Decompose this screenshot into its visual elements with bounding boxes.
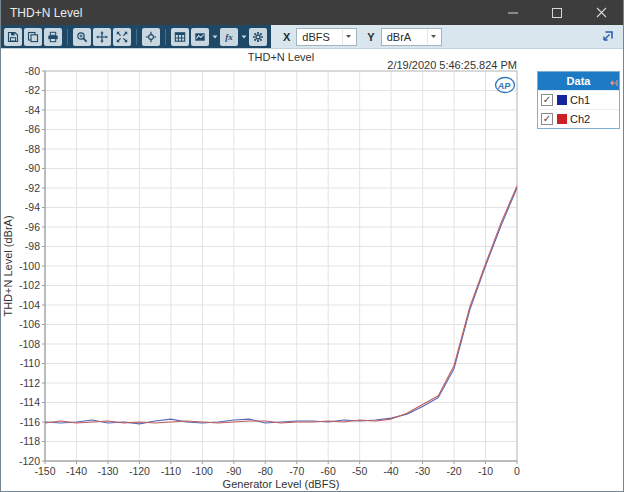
svg-text:-98: -98 xyxy=(25,240,40,252)
svg-text:-80: -80 xyxy=(25,65,40,77)
series-color-swatch xyxy=(557,114,567,124)
chevron-down-icon[interactable] xyxy=(240,28,247,46)
svg-text:-100: -100 xyxy=(19,260,40,272)
chart-button[interactable] xyxy=(191,28,209,46)
ap-logo: AP xyxy=(496,78,515,93)
minimize-icon xyxy=(508,7,519,18)
save-button[interactable] xyxy=(4,28,22,46)
svg-text:-150: -150 xyxy=(34,465,55,477)
svg-text:-140: -140 xyxy=(66,465,87,477)
y-axis-title: THD+N Level (dBrA) xyxy=(2,215,14,316)
y-unit-dropdown[interactable]: dBrA xyxy=(381,28,442,46)
series-color-swatch xyxy=(557,95,567,105)
graph-toolbar: fx X dBFS Y dBrA xyxy=(1,25,623,49)
window-title: THD+N Level xyxy=(1,6,491,20)
svg-text:-112: -112 xyxy=(20,377,40,389)
svg-text:-116: -116 xyxy=(20,416,40,428)
chart-region: -80-82-84-86-88-90-92-94-96-98-100-102-1… xyxy=(1,49,623,491)
svg-text:fx: fx xyxy=(225,32,233,42)
pin-left-icon[interactable] xyxy=(609,77,618,89)
x-unit-dropdown[interactable]: dBFS xyxy=(296,28,357,46)
x-unit-value: dBFS xyxy=(302,31,342,43)
x-axis-title: Generator Level (dBFS) xyxy=(223,478,340,490)
maximize-button[interactable] xyxy=(535,0,579,25)
gridlines xyxy=(45,71,517,461)
settings-icon xyxy=(252,31,264,43)
svg-text:-96: -96 xyxy=(25,221,40,233)
svg-text:-114: -114 xyxy=(20,396,40,408)
toolbar-separator xyxy=(67,29,68,45)
fit-icon xyxy=(116,31,128,43)
svg-text:-90: -90 xyxy=(226,465,241,477)
print-icon xyxy=(47,31,59,43)
chart-timestamp: 2/19/2020 5:46:25.824 PM xyxy=(45,59,517,71)
svg-text:-102: -102 xyxy=(19,279,40,291)
svg-text:-80: -80 xyxy=(258,465,273,477)
toolbar-separator xyxy=(136,29,137,45)
svg-text:-130: -130 xyxy=(97,465,118,477)
svg-text:-108: -108 xyxy=(19,338,40,350)
crosshair-button[interactable] xyxy=(142,28,160,46)
copy-icon xyxy=(27,31,39,43)
svg-text:-110: -110 xyxy=(161,465,181,477)
legend-panel: Data ✓Ch1✓Ch2 xyxy=(537,71,620,129)
svg-text:-104: -104 xyxy=(19,299,40,311)
pan-button[interactable] xyxy=(93,28,111,46)
svg-text:-110: -110 xyxy=(20,357,40,369)
legend-header[interactable]: Data xyxy=(538,72,619,90)
save-icon xyxy=(7,31,19,43)
dock-to-panel-button[interactable] xyxy=(597,28,617,46)
y-axis-letter: Y xyxy=(367,31,374,43)
y-tick-labels: -80-82-84-86-88-90-92-94-96-98-100-102-1… xyxy=(19,65,45,467)
minimize-button[interactable] xyxy=(491,0,535,25)
svg-text:-10: -10 xyxy=(478,465,493,477)
table-button[interactable] xyxy=(171,28,189,46)
fit-button[interactable] xyxy=(113,28,131,46)
toolbar-icon-panel: fx xyxy=(1,25,271,48)
crosshair-icon xyxy=(145,31,157,43)
zoom-button[interactable] xyxy=(73,28,91,46)
fx-icon: fx xyxy=(223,31,235,43)
svg-text:-86: -86 xyxy=(25,123,40,135)
title-bar: THD+N Level xyxy=(1,0,623,25)
x-tick-labels: -150-140-130-120-110-100-90-80-70-60-50-… xyxy=(34,461,520,477)
copy-button[interactable] xyxy=(24,28,42,46)
zoom-icon xyxy=(76,31,88,43)
svg-text:0: 0 xyxy=(514,465,520,477)
fx-button[interactable]: fx xyxy=(220,28,238,46)
close-icon xyxy=(596,7,607,18)
close-button[interactable] xyxy=(579,0,623,25)
svg-text:-90: -90 xyxy=(25,162,40,174)
chart-icon xyxy=(194,31,206,43)
chevron-down-icon xyxy=(342,29,354,45)
chart-canvas[interactable]: -80-82-84-86-88-90-92-94-96-98-100-102-1… xyxy=(1,49,623,490)
channel-checkbox[interactable]: ✓ xyxy=(541,94,553,106)
svg-text:-82: -82 xyxy=(25,84,40,96)
dock-to-panel-icon xyxy=(601,30,614,43)
series-label: Ch1 xyxy=(570,94,590,106)
legend-item: ✓Ch2 xyxy=(538,109,619,128)
settings-button[interactable] xyxy=(249,28,267,46)
maximize-icon xyxy=(552,8,562,18)
svg-text:-88: -88 xyxy=(25,143,40,155)
toolbar-separator xyxy=(165,29,166,45)
x-axis-letter: X xyxy=(283,31,290,43)
series-label: Ch2 xyxy=(570,113,590,125)
svg-text:-50: -50 xyxy=(352,465,367,477)
chevron-down-icon[interactable] xyxy=(211,28,218,46)
svg-text:-20: -20 xyxy=(446,465,461,477)
svg-text:-120: -120 xyxy=(129,465,150,477)
svg-text:AP: AP xyxy=(497,81,511,91)
legend-item: ✓Ch1 xyxy=(538,90,619,109)
print-button[interactable] xyxy=(44,28,62,46)
svg-text:-30: -30 xyxy=(415,465,430,477)
toolbar-axis-panel: X dBFS Y dBrA xyxy=(271,25,623,48)
svg-text:-40: -40 xyxy=(384,465,399,477)
svg-text:-100: -100 xyxy=(192,465,213,477)
chevron-down-icon xyxy=(427,29,439,45)
svg-text:-118: -118 xyxy=(20,435,40,447)
svg-text:-106: -106 xyxy=(19,318,40,330)
svg-text:-94: -94 xyxy=(25,201,40,213)
legend-title: Data xyxy=(567,75,591,87)
channel-checkbox[interactable]: ✓ xyxy=(541,113,553,125)
